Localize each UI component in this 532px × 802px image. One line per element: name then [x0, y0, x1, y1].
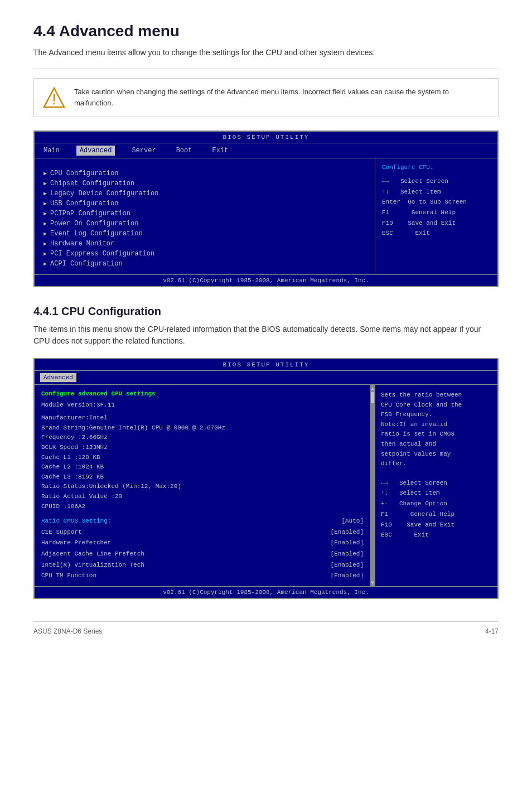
- bios-main-1: CPU Configuration Chipset Configuration …: [35, 158, 375, 274]
- help-desc: Exit: [414, 532, 428, 538]
- help-desc: General Help: [410, 511, 454, 518]
- bios-screen-2: BIOS SETUP UTILITY Advanced Configure ad…: [33, 358, 499, 599]
- help-key: +-: [381, 500, 388, 507]
- setting-value: [Enabled]: [331, 549, 364, 559]
- help-desc: General Help: [412, 209, 456, 216]
- bios-content-2: Configure advanced CPU settings Module V…: [35, 385, 497, 586]
- setting-label: CPU TM Function: [41, 571, 96, 581]
- list-item[interactable]: Event Log Configuration: [43, 229, 366, 239]
- warning-text: Take caution when changing the settings …: [74, 86, 489, 108]
- bios-nav-advanced-2[interactable]: Advanced: [40, 373, 76, 382]
- bios-title-2: BIOS SETUP UTILITY: [40, 361, 492, 368]
- bios-nav-exit[interactable]: Exit: [209, 146, 231, 156]
- list-item[interactable]: PCI Exppress Configuration: [43, 249, 366, 259]
- sidebar-line: ratio is set in CMOS: [381, 429, 492, 439]
- setting-row[interactable]: CPU TM Function [Enabled]: [41, 571, 364, 582]
- help-row: ←→ Select Screen: [382, 176, 491, 187]
- setting-label: C1E Support: [41, 528, 82, 538]
- sidebar-title-1: Configure CPU.: [382, 164, 491, 171]
- sidebar-line: CPU Core Clock and the: [381, 400, 492, 410]
- bios-nav-boot[interactable]: Boot: [173, 146, 196, 156]
- bios-title-1: BIOS SETUP UTILITY: [40, 134, 492, 141]
- help-desc: Exit: [415, 230, 429, 236]
- list-item[interactable]: ACPI Configuration: [43, 259, 366, 269]
- divider-1: [33, 69, 499, 69]
- sidebar-line: then actual and: [381, 439, 492, 450]
- help-key: ↑↓: [381, 490, 388, 496]
- setting-label: Intel(R) Virtualization Tech: [41, 561, 144, 571]
- bios-sidebar-2: Sets the ratio between CPU Core Clock an…: [375, 385, 497, 586]
- list-item[interactable]: Hardware Monitor: [43, 239, 366, 249]
- bios-menu-list: CPU Configuration Chipset Configuration …: [43, 168, 366, 269]
- bios-nav-main[interactable]: Main: [40, 146, 63, 156]
- list-item[interactable]: CPU Configuration: [43, 168, 366, 178]
- module-version: Module Version:3F.11: [41, 400, 364, 410]
- section-441-title: 4.4.1 CPU Configuration: [33, 305, 499, 318]
- scroll-thumb[interactable]: [371, 392, 374, 403]
- bios-footer-2: v02.61 (C)Copyright 1985-2008, American …: [35, 586, 497, 598]
- cpu-info-line: BCLK Speed :133MHz: [41, 443, 364, 453]
- cpu-info-line: Ratio Status:Unlocked (Min:12, Max:20): [41, 482, 364, 492]
- svg-point-2: [54, 103, 55, 105]
- help-key: ←→: [381, 480, 388, 486]
- setting-value: [Enabled]: [331, 571, 364, 581]
- list-item[interactable]: Power On Configuration: [43, 219, 366, 229]
- help-row: ←→ Select Screen: [381, 478, 492, 489]
- cpu-info-line: Cache L3 :8192 KB: [41, 472, 364, 482]
- setting-value: [Auto]: [341, 516, 364, 526]
- setting-row[interactable]: C1E Support [Enabled]: [41, 527, 364, 538]
- sidebar-line: differ.: [381, 459, 492, 469]
- help-desc: Select Screen: [399, 480, 447, 486]
- help-row: +- Change Option: [381, 499, 492, 509]
- help-key: F10: [382, 220, 393, 226]
- help-key: Enter: [382, 199, 400, 205]
- cpu-info-line: CPUID :106A2: [41, 502, 364, 512]
- bios-help-2: ←→ Select Screen ↑↓ Select Item +- Chang…: [381, 478, 492, 540]
- setting-value: [Enabled]: [331, 561, 364, 571]
- list-item[interactable]: PCIPnP Configuration: [43, 209, 366, 219]
- help-key: ←→: [382, 178, 389, 185]
- warning-icon: [43, 86, 65, 109]
- setting-label: Ratio CMOS Setting:: [41, 516, 111, 526]
- help-row: F10 Save and Exit: [382, 218, 491, 229]
- warning-box: Take caution when changing the settings …: [33, 78, 499, 117]
- scrollbar[interactable]: ▲ ▼: [370, 385, 375, 586]
- setting-value: [Enabled]: [331, 538, 364, 548]
- setting-label: Hardware Prefetcher: [41, 538, 111, 548]
- bios-nav-advanced[interactable]: Advanced: [76, 146, 115, 156]
- help-desc: Save and Exit: [408, 220, 456, 226]
- list-item[interactable]: Chipset Configuration: [43, 178, 366, 189]
- help-desc: Go to Sub Screen: [408, 199, 467, 205]
- help-row: F1 General Help: [381, 509, 492, 520]
- footer-left: ASUS Z8NA-D6 Series: [33, 627, 102, 635]
- list-item[interactable]: USB Configuration: [43, 199, 366, 209]
- help-row: F10 Save and Exit: [381, 520, 492, 530]
- cpu-info-line: Brand String:Genuine Intel(R) CPU @ 0000…: [41, 423, 364, 433]
- help-key: ↑↓: [382, 189, 389, 195]
- section-44-title: 4.4 Advanced menu: [33, 22, 499, 40]
- cpu-info-line: Cache L2 :1024 KB: [41, 462, 364, 472]
- cpu-info-block: Manufacturer:Intel Brand String:Genuine …: [41, 413, 364, 511]
- setting-row[interactable]: Hardware Prefetcher [Enabled]: [41, 538, 364, 549]
- bios-footer-1: v02.61 (C)Copyright 1985-2008, American …: [35, 274, 497, 286]
- help-desc: Save and Exit: [407, 521, 454, 528]
- help-row: ↑↓ Select Item: [382, 187, 491, 197]
- sidebar-line: setpoint values may: [381, 450, 492, 460]
- help-desc: Select Item: [399, 490, 440, 496]
- bios-nav-2[interactable]: Advanced: [35, 371, 497, 385]
- sidebar-text-2: Sets the ratio between CPU Core Clock an…: [381, 390, 492, 469]
- bios-help-1: ←→ Select Screen ↑↓ Select Item Enter Go…: [382, 176, 491, 239]
- setting-row[interactable]: Ratio CMOS Setting: [Auto]: [41, 516, 364, 527]
- bios-title-bar-2: BIOS SETUP UTILITY: [35, 359, 497, 371]
- list-item[interactable]: Legacy Device Configuration: [43, 189, 366, 199]
- setting-row[interactable]: Adjacent Cache Line Prefetch [Enabled]: [41, 549, 364, 560]
- help-desc: Select Item: [400, 189, 441, 195]
- setting-value: [Enabled]: [331, 528, 364, 538]
- cpu-config-heading: Configure advanced CPU settings: [41, 389, 364, 399]
- bios-menubar-1: BIOS SETUP UTILITY: [35, 132, 497, 143]
- setting-row[interactable]: Intel(R) Virtualization Tech [Enabled]: [41, 560, 364, 571]
- bios-sidebar-1: Configure CPU. ←→ Select Screen ↑↓ Selec…: [375, 158, 497, 274]
- help-desc: Change Option: [399, 500, 447, 507]
- bios-nav-server[interactable]: Server: [128, 146, 159, 156]
- bios-nav-1[interactable]: Main Advanced Server Boot Exit: [35, 143, 497, 158]
